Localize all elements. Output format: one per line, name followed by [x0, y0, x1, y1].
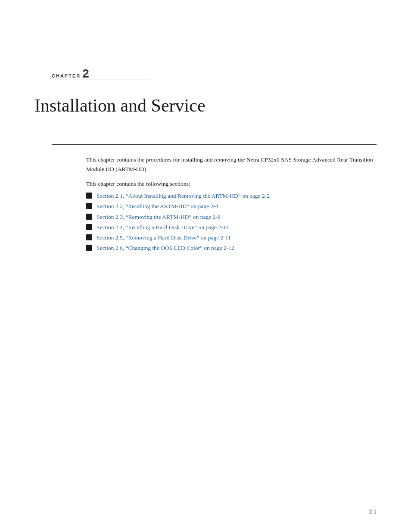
section-link-2.4[interactable]: Section 2.4, “Installing a Hard Disk Dri… — [97, 223, 229, 232]
bullet-icon — [86, 245, 92, 251]
list-item: Section 2.5, “Removing a Hard Disk Drive… — [86, 233, 377, 242]
chapter-label: CHAPTER — [52, 73, 81, 78]
page-number: 2-1 — [369, 509, 377, 515]
intro-paragraph-1: This chapter contains the procedures for… — [86, 155, 377, 174]
bullet-icon — [86, 193, 92, 199]
chapter-header-line — [52, 80, 151, 80]
bullet-icon — [86, 203, 92, 209]
bullet-icon — [86, 214, 92, 220]
chapter-label-area: CHAPTER2 — [52, 67, 89, 81]
list-item: Section 2.4, “Installing a Hard Disk Dri… — [86, 223, 377, 232]
section-link-2.2[interactable]: Section 2.2, “Installing the ARTM-HD” on… — [97, 202, 218, 211]
chapter-title: Installation and Service — [34, 95, 377, 116]
divider-line — [52, 144, 377, 145]
bullet-icon — [86, 234, 92, 240]
chapter-title-area: Installation and Service — [34, 95, 377, 116]
list-item: Section 2.2, “Installing the ARTM-HD” on… — [86, 202, 377, 211]
page: CHAPTER2 Installation and Service This c… — [0, 0, 411, 532]
content-area: This chapter contains the procedures for… — [86, 155, 377, 255]
section-list: Section 2.1, “About Installing and Remov… — [86, 192, 377, 253]
section-link-2.3[interactable]: Section 2.3, “Removing the ARTM-HD” on p… — [97, 213, 221, 221]
list-item: Section 2.3, “Removing the ARTM-HD” on p… — [86, 213, 377, 221]
chapter-number: 2 — [82, 67, 89, 80]
list-item: Section 2.1, “About Installing and Remov… — [86, 192, 377, 200]
list-item: Section 2.6, “Changing the OOS LED Color… — [86, 244, 377, 252]
section-link-2.5[interactable]: Section 2.5, “Removing a Hard Disk Drive… — [97, 233, 231, 242]
section-link-2.6[interactable]: Section 2.6, “Changing the OOS LED Color… — [97, 244, 234, 252]
bullet-icon — [86, 224, 92, 230]
section-link-2.1[interactable]: Section 2.1, “About Installing and Remov… — [97, 192, 270, 200]
sections-intro: This chapter contains the following sect… — [86, 180, 377, 187]
